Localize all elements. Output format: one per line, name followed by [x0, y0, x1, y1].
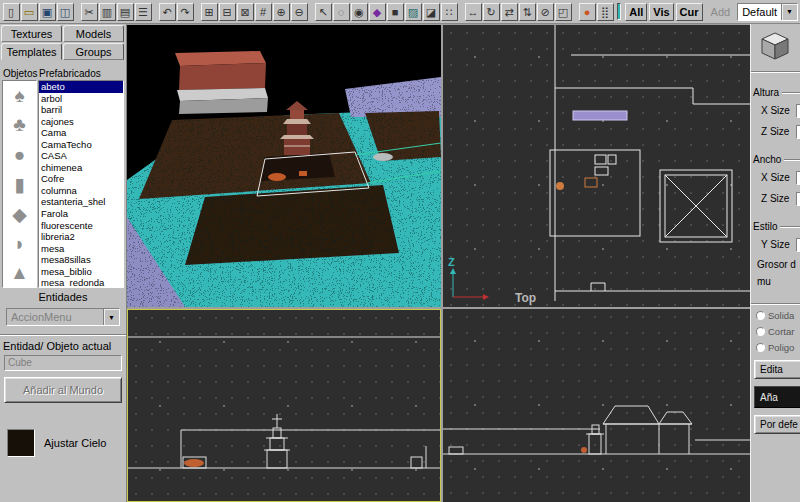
rotate-tool-icon[interactable]: ↻ [483, 3, 500, 21]
por-defecto-button[interactable]: Por defe [754, 415, 800, 434]
z-size-input[interactable] [796, 192, 800, 206]
tab-row-2: Templates Groups [0, 42, 126, 60]
cone-thumbnail[interactable]: ▲ [3, 259, 36, 288]
cut-icon[interactable]: ✂ [81, 3, 98, 21]
radio-icon[interactable] [756, 311, 765, 320]
tab-groups[interactable]: Groups [63, 43, 124, 60]
radio-row-cortar[interactable]: Cortar [756, 326, 800, 337]
print-icon[interactable]: ☰ [135, 3, 152, 21]
action-menu-combo[interactable]: AccionMenu ▼ [6, 308, 120, 326]
list-item[interactable]: fluorescente [39, 220, 123, 232]
tab-textures[interactable]: Textures [1, 25, 62, 42]
list-item[interactable]: estanteria_shel [39, 196, 123, 208]
clip-tool-icon[interactable]: ◪ [423, 3, 440, 21]
save-icon[interactable]: ▣ [39, 3, 56, 21]
current-texture-swatch[interactable] [617, 3, 621, 20]
x-size-input[interactable] [796, 171, 800, 185]
viewport-3d-perspective[interactable] [127, 25, 441, 307]
list-item[interactable]: mesa [39, 243, 123, 255]
carve-tool-icon[interactable]: ⊘ [537, 3, 554, 21]
anadir-button[interactable]: Aña [754, 386, 800, 408]
zoom-out-icon[interactable]: ⊖ [291, 3, 308, 21]
radio-row-poligono[interactable]: Poligo [756, 342, 800, 353]
add-to-world-button[interactable]: Añadir al Mundo [4, 377, 122, 403]
group-tool-icon[interactable]: ◰ [555, 3, 572, 21]
magnify-tool-icon[interactable]: ◌ [333, 3, 350, 21]
list-item[interactable]: columna [39, 185, 123, 197]
new-file-icon[interactable]: ▯ [3, 3, 20, 21]
select-tool-icon[interactable]: ↖ [315, 3, 332, 21]
viewport-side-2d[interactable] [443, 309, 750, 502]
viewport-front-2d[interactable] [127, 309, 441, 502]
brush-tool-icon[interactable]: ■ [387, 3, 404, 21]
entity-tool-icon[interactable]: ◆ [369, 3, 386, 21]
entity-name-field[interactable]: Cube [4, 355, 122, 371]
zoom-in-icon[interactable]: ⊕ [273, 3, 290, 21]
redo-icon[interactable]: ↷ [177, 3, 194, 21]
chevron-down-icon[interactable]: ▼ [781, 4, 797, 20]
tab-templates[interactable]: Templates [1, 43, 62, 60]
run-map-icon[interactable]: ● [579, 3, 596, 21]
prefab-list[interactable]: abetoarbolbarrilcajonesCamaCamaTechoCASA… [38, 80, 124, 288]
list-item[interactable]: Cofre [39, 173, 123, 185]
vertex-tool-icon[interactable]: ∷ [441, 3, 458, 21]
tree-thumbnail[interactable]: ♣ [3, 111, 36, 141]
view-filter-all-button[interactable]: All [625, 3, 647, 21]
rock-thumbnail[interactable]: ◆ [3, 199, 36, 229]
move-tool-icon[interactable]: ↔ [465, 3, 482, 21]
y-size-input[interactable] [796, 238, 800, 252]
copy-icon[interactable]: ▥ [99, 3, 116, 21]
open-folder-icon[interactable]: ▭ [21, 3, 38, 21]
grid-dots-icon[interactable]: ⣿ [597, 3, 614, 21]
paste-icon[interactable]: ▤ [117, 3, 134, 21]
snap-grid-icon[interactable]: # [255, 3, 272, 21]
list-item[interactable]: cajones [39, 116, 123, 128]
list-item[interactable]: mesa_biblio [39, 266, 123, 278]
list-item[interactable]: barril [39, 104, 123, 116]
list-item[interactable]: chimenea [39, 162, 123, 174]
z-size-input[interactable] [796, 125, 800, 139]
list-item[interactable]: Cama [39, 127, 123, 139]
list-item[interactable]: mesa_redonda [39, 277, 123, 288]
editar-button[interactable]: Edita [754, 360, 800, 379]
list-item[interactable]: CamaTecho [39, 139, 123, 151]
list-item[interactable]: arbol [39, 93, 123, 105]
viewport-top-2d[interactable]: Z Top [443, 25, 750, 307]
view-filter-cur-button[interactable]: Cur [676, 3, 703, 21]
flip-vertical-icon[interactable]: ⇅ [519, 3, 536, 21]
fir-tree-thumbnail[interactable]: ♠ [3, 81, 36, 111]
list-item[interactable]: Farola [39, 208, 123, 220]
chevron-down-icon[interactable]: ▼ [103, 309, 119, 325]
object-thumbnail-list[interactable]: ♠♣●▮◆◗▲ [2, 80, 37, 288]
list-item[interactable]: mesa8sillas [39, 254, 123, 266]
separator-line [780, 226, 800, 228]
flip-horizontal-icon[interactable]: ⇄ [501, 3, 518, 21]
barrel-thumbnail[interactable]: ▮ [3, 170, 36, 200]
list-item[interactable]: CASA [39, 150, 123, 162]
grid-smaller-icon[interactable]: ⊟ [219, 3, 236, 21]
round-object-thumbnail[interactable]: ● [3, 140, 36, 170]
radio-icon[interactable] [756, 327, 765, 336]
radio-solido-label: Solida [768, 310, 794, 321]
texture-group-combo[interactable]: Default ▼ [737, 3, 798, 21]
undo-icon[interactable]: ↶ [159, 3, 176, 21]
camera-tool-icon[interactable]: ◉ [351, 3, 368, 21]
cube-primitive-icon[interactable] [760, 31, 790, 61]
grid-larger-icon[interactable]: ⊠ [237, 3, 254, 21]
list-item[interactable]: libreria2 [39, 231, 123, 243]
adjust-sky-label[interactable]: Ajustar Cielo [44, 437, 106, 449]
group-title-estilo: Estilo [753, 221, 777, 232]
save-as-icon[interactable]: ◫ [57, 3, 74, 21]
x-size-field-row: X Size [761, 105, 800, 119]
toolbar-separator [308, 3, 314, 21]
texture-apply-tool-icon[interactable]: ▨ [405, 3, 422, 21]
radio-icon[interactable] [756, 343, 765, 352]
drop-thumbnail[interactable]: ◗ [3, 229, 36, 259]
radio-row-solido[interactable]: Solida [756, 310, 800, 321]
tab-models[interactable]: Models [63, 25, 124, 42]
sky-preview-swatch[interactable] [7, 429, 35, 457]
view-filter-vis-button[interactable]: Vis [649, 3, 673, 21]
grid-toggle-icon[interactable]: ⊞ [201, 3, 218, 21]
x-size-input[interactable] [796, 104, 800, 118]
list-item[interactable]: abeto [39, 81, 123, 93]
